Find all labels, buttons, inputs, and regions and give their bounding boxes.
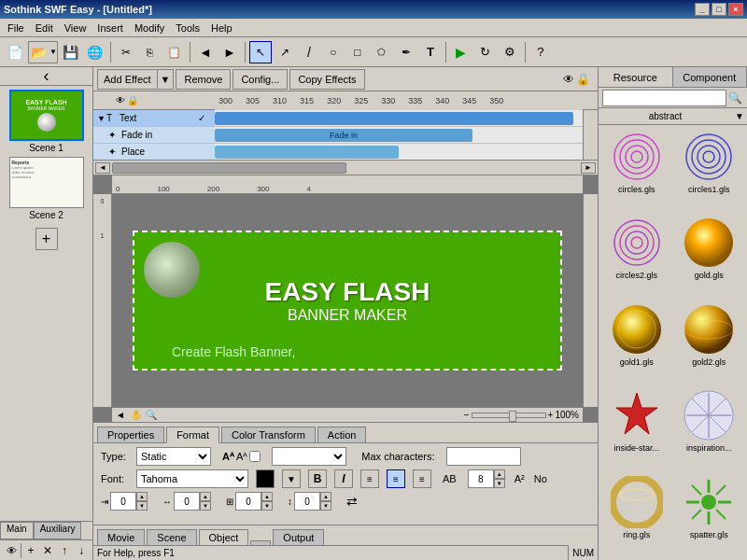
collapse-scenes-button[interactable]: ‹ [44,67,49,86]
open-dropdown[interactable]: 📂▼ [28,41,58,63]
track-place[interactable]: ✦ Place [93,144,215,160]
move-down-button[interactable]: ↓ [74,542,89,559]
timeline-vscroll[interactable] [583,110,598,160]
remove-button[interactable]: Remove [176,69,231,90]
tab-object[interactable]: Object [199,529,249,545]
new-button[interactable]: 📄 [4,41,26,63]
add-scene-button[interactable]: + [35,228,58,250]
canvas-vscroll[interactable] [583,194,598,407]
play-button[interactable]: ▶ [450,41,472,63]
cut-button[interactable]: ✂ [115,41,137,63]
add-effect-arrow[interactable]: ▼ [157,70,174,89]
scene-2-item[interactable]: Reports Lorem ipsumdolor sit ametconsect… [9,157,84,220]
size-up-arrow[interactable]: ▲ [494,469,505,479]
zoom-in-btn[interactable]: + [548,410,554,420]
track-text[interactable]: ▼ T Text ✓ [93,110,215,127]
scene-1-item[interactable]: EASY FLASH BANNER MAKER Scene 1 [9,90,84,153]
resource-gold[interactable]: gold.gls [675,215,744,297]
resource-circles2[interactable]: circles2.gls [602,215,671,297]
component-tab[interactable]: Component [673,67,748,87]
no-btn[interactable]: No [534,473,547,484]
menu-tools[interactable]: Tools [170,21,205,35]
leading-arrows[interactable]: ▲ ▼ [320,492,331,511]
eye-button[interactable]: 👁 [4,542,19,559]
tab-movie[interactable]: Movie [97,529,145,545]
text-tool[interactable]: T [419,41,442,63]
resource-inside-star[interactable]: inside-star... [602,387,671,469]
config-button[interactable]: Config... [233,69,288,90]
move-up-button[interactable]: ↑ [57,542,72,559]
zoom-out-btn[interactable]: − [464,410,470,420]
tab-properties[interactable]: Properties [97,427,164,442]
spacing-input[interactable] [174,492,200,511]
canvas[interactable]: EASY FLASH BANNER MAKER Create Flash Ban… [112,194,583,407]
resource-ring[interactable]: ring.gls [602,474,671,556]
hscroll-right[interactable]: ► [581,162,596,174]
hand-tool[interactable]: ✋ [131,410,142,420]
close-button[interactable]: × [728,3,743,16]
rect-tool[interactable]: □ [346,41,369,63]
line-tool[interactable]: / [298,41,320,63]
tab-format[interactable]: Format [166,427,219,443]
text-aa-btn[interactable]: Aᴬ [236,451,247,463]
copy-button[interactable]: ⎘ [139,41,162,63]
indent-arrows[interactable]: ▲ ▼ [136,492,148,511]
tab-output[interactable]: Output [273,529,324,545]
expand-icon[interactable]: ▼ [97,114,106,123]
font-size-input[interactable] [468,469,494,488]
tab-color-transform[interactable]: Color Transform [221,427,316,442]
window-controls[interactable]: _ □ × [695,3,743,16]
undo-button[interactable]: ◄ [194,41,217,63]
add-effect-dropdown[interactable]: Add Effect ▼ [97,69,174,90]
timeline-hscroll[interactable]: ◄ ► [93,160,598,175]
transform-tool[interactable]: ↗ [274,41,296,63]
delete-obj-button[interactable]: ✕ [40,542,55,559]
resource-gold1[interactable]: gold1.gls [602,301,671,384]
menu-edit[interactable]: Edit [30,21,59,35]
text-type-select[interactable] [272,447,346,466]
align-right-btn[interactable]: ≡ [413,469,431,488]
leading-down[interactable]: ▼ [320,501,331,511]
bold-button[interactable]: B [308,469,327,488]
help-button[interactable]: ? [529,41,552,63]
leading-input[interactable] [294,492,320,511]
resource-circles1[interactable]: circles1.gls [675,129,744,211]
fadein-frame-bar[interactable]: Fade in [215,129,472,142]
text-checkbox[interactable] [249,451,261,462]
resource-circles[interactable]: circles.gls [602,129,671,211]
color-more-btn[interactable]: ▼ [282,469,301,488]
superscript-btn[interactable]: A² [514,473,525,484]
menu-modify[interactable]: Modify [129,21,170,35]
max-chars-input[interactable] [446,447,521,466]
margin-up[interactable]: ▲ [261,492,273,501]
publish-button[interactable]: 🌐 [84,41,106,63]
font-select[interactable]: Tahoma Arial Times New Roman [136,469,248,488]
tab-action[interactable]: Action [317,427,367,442]
pen-tool[interactable]: ✒ [395,41,417,63]
settings-button[interactable]: ⚙ [499,41,521,63]
paste-button[interactable]: 📋 [163,41,186,63]
text-render-btn[interactable]: Aᴬ [222,451,234,463]
size-down-arrow[interactable]: ▼ [494,479,505,488]
margin-down[interactable]: ▼ [261,501,273,511]
timeline-lock-icon[interactable]: 🔒 [127,95,138,105]
spacing-arrows[interactable]: ▲ ▼ [200,492,211,511]
type-select[interactable]: Static Dynamic Input [136,447,211,466]
zoom-slider-thumb[interactable] [509,411,516,422]
tab-scene[interactable]: Scene [147,529,196,545]
indent-up[interactable]: ▲ [136,492,148,501]
leading-up[interactable]: ▲ [320,492,331,501]
place-frame-bar[interactable] [215,146,399,159]
resource-spatter[interactable]: spatter.gls [675,474,744,556]
add-obj-button[interactable]: + [23,542,38,559]
more-options-btn[interactable]: ⇄ [346,494,358,509]
indent-input[interactable] [110,492,136,511]
indent-down[interactable]: ▼ [136,501,148,511]
main-tab[interactable]: Main [0,522,34,539]
menu-insert[interactable]: Insert [92,21,129,35]
menu-view[interactable]: View [59,21,92,35]
lock-icon[interactable]: 🔒 [576,73,590,86]
hscroll-thumb[interactable] [112,162,346,174]
font-color-picker[interactable] [256,469,275,488]
track-fadein[interactable]: ✦ Fade in [93,127,215,144]
